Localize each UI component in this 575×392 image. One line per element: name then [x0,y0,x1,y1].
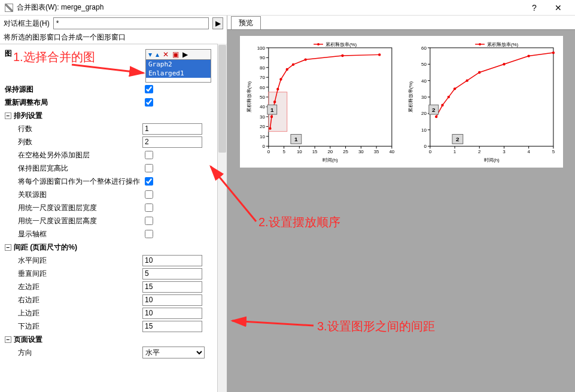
add-layer-empty-label: 在空格处另外添加图层 [5,150,142,160]
graph-list-item[interactable]: Graph2 [146,60,211,69]
svg-text:时间(h): 时间(h) [484,157,500,163]
gp-up-icon[interactable]: ▴ [156,50,159,59]
treat-whole-checkbox[interactable] [145,177,153,186]
spacing-toggle[interactable]: − [5,244,11,251]
v-gap-label: 垂直间距 [5,269,142,279]
svg-text:10: 10 [296,149,302,154]
graph-list[interactable]: Graph2 Enlarged1 [145,60,211,83]
cols-input[interactable] [142,136,202,148]
rearrange-label: 重新调整布局 [5,98,142,108]
show-frame-label: 显示轴框 [5,229,142,239]
dialog-theme-label: 对话框主题(H) [4,19,50,29]
svg-point-96 [552,51,554,54]
svg-text:90: 90 [260,55,265,60]
gp-menu-icon[interactable]: ▶ [182,50,188,59]
svg-point-95 [527,54,530,57]
svg-point-42 [269,127,271,130]
graph-picker: ▾ ▴ ✕ ▣ ▶ Graph2 Enlarged1 [145,49,211,83]
svg-text:40: 40 [421,78,427,84]
close-button[interactable]: ✕ [546,1,570,15]
svg-point-89 [441,104,443,107]
keep-source-checkbox[interactable] [145,85,153,93]
preview-canvas: 05101520253035400102030405060708090100累积… [240,36,563,168]
rows-input[interactable] [142,123,202,135]
svg-point-92 [466,79,468,81]
svg-text:60: 60 [421,45,427,51]
add-layer-empty-checkbox[interactable] [145,151,153,159]
keep-source-label: 保持源图 [5,84,142,95]
h-gap-label: 水平间距 [5,256,142,266]
svg-point-93 [478,71,480,74]
orientation-select[interactable]: 水平 [142,347,205,358]
svg-text:5: 5 [552,149,555,154]
svg-text:累积释放率(%): 累积释放率(%) [408,81,413,113]
svg-text:0: 0 [262,144,265,149]
svg-text:4: 4 [527,149,530,154]
svg-point-98 [479,43,481,45]
svg-text:10: 10 [421,127,427,133]
page-toggle[interactable]: − [5,336,11,343]
svg-text:10: 10 [260,134,265,139]
svg-text:2: 2 [432,107,436,113]
show-frame-checkbox[interactable] [145,230,153,238]
svg-text:2: 2 [478,149,480,154]
link-source-checkbox[interactable] [145,190,153,199]
top-m-input[interactable] [142,308,202,319]
svg-text:累积释放率(%): 累积释放率(%) [325,42,357,47]
v-gap-input[interactable] [142,268,202,279]
keep-aspect-label: 保持图层宽高比 [5,163,142,174]
svg-text:30: 30 [358,149,363,154]
dialog-theme-input[interactable] [53,17,209,29]
spacing-section-label: 间距 (页面尺寸的%) [14,243,77,251]
bottom-m-label: 下边距 [5,321,142,332]
graph-list-item[interactable]: Enlarged1 [146,69,211,78]
svg-point-53 [317,43,320,45]
svg-text:40: 40 [260,104,265,110]
keep-aspect-checkbox[interactable] [145,164,153,172]
svg-point-43 [270,116,272,118]
svg-text:0: 0 [428,149,431,154]
svg-text:100: 100 [257,45,265,51]
preview-chart-1: 05101520253035400102030405060708090100累积… [244,39,398,164]
dialog-theme-menu-button[interactable]: ▶ [212,17,223,29]
gp-remove-icon[interactable]: ✕ [163,50,169,59]
svg-text:35: 35 [373,149,379,154]
preview-tab[interactable]: 预览 [231,16,261,29]
svg-text:时间(h): 时间(h) [323,157,338,163]
svg-text:50: 50 [260,95,265,100]
h-gap-input[interactable] [142,255,202,266]
rows-label: 行数 [5,124,142,134]
svg-text:20: 20 [327,149,333,154]
bottom-m-input[interactable] [142,321,202,332]
gp-add-icon[interactable]: ▣ [172,50,179,59]
uniform-h-checkbox[interactable] [145,217,153,225]
window-title: 合并图表(W): merge_graph [17,2,522,13]
rearrange-checkbox[interactable] [145,98,153,107]
svg-text:0: 0 [267,149,270,154]
svg-text:累积释放率(%): 累积释放率(%) [247,81,252,113]
svg-text:80: 80 [260,65,265,71]
left-m-input[interactable] [142,281,202,293]
right-m-input[interactable] [142,294,202,306]
svg-point-48 [291,63,294,66]
svg-point-51 [378,53,381,56]
svg-text:15: 15 [312,149,317,154]
uniform-w-checkbox[interactable] [145,203,153,212]
svg-text:20: 20 [421,111,427,116]
svg-point-44 [273,101,275,103]
treat-whole-label: 将每个源图窗口作为一个整体进行操作 [5,177,142,187]
svg-text:1: 1 [453,149,456,154]
svg-text:50: 50 [421,62,427,67]
left-panel-scrollbar[interactable] [217,44,227,392]
arrange-toggle[interactable]: − [5,113,11,119]
svg-point-94 [503,63,505,65]
app-icon [5,4,13,12]
orientation-label: 方向 [5,348,142,358]
help-button[interactable]: ? [522,1,546,15]
svg-text:20: 20 [260,124,265,129]
svg-point-45 [276,88,279,90]
top-m-label: 上边距 [5,308,142,318]
gp-down-icon[interactable]: ▾ [148,50,152,59]
svg-text:40: 40 [389,149,394,154]
panel-subtitle: 将所选的图形窗口合并成一个图形窗口 [0,31,227,44]
